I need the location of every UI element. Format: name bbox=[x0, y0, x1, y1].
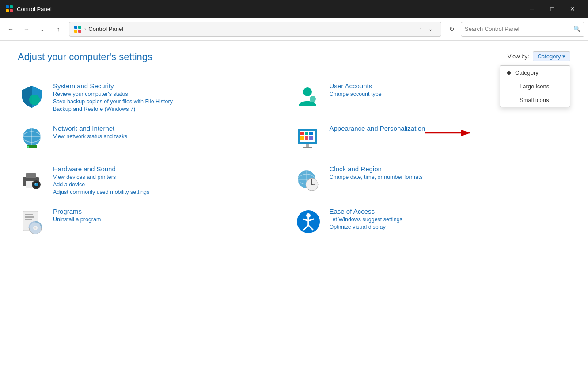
category-hardware-sound[interactable]: Hardware and Sound View devices and prin… bbox=[18, 159, 294, 201]
svg-rect-1 bbox=[10, 5, 13, 8]
user-accounts-link-0[interactable]: Change account type bbox=[330, 91, 382, 97]
recent-button[interactable]: ⌄ bbox=[35, 22, 49, 36]
clock-region-link-0[interactable]: Change date, time, or number formats bbox=[330, 174, 423, 180]
hardware-sound-link-2[interactable]: Adjust commonly used mobility settings bbox=[53, 189, 149, 195]
ease-access-content: Ease of Access Let Windows suggest setti… bbox=[330, 208, 402, 230]
address-box[interactable]: › Control Panel › ⌄ bbox=[69, 22, 441, 37]
up-button[interactable]: ↑ bbox=[51, 22, 65, 36]
svg-rect-7 bbox=[78, 30, 81, 33]
category-clock-region[interactable]: Clock and Region Change date, time, or n… bbox=[294, 159, 571, 201]
address-dropdown-button[interactable]: ⌄ bbox=[424, 23, 436, 35]
dropdown-item-large-icons[interactable]: Large icons bbox=[500, 79, 570, 93]
system-security-link-0[interactable]: Review your computer's status bbox=[53, 91, 173, 97]
svg-point-11 bbox=[303, 87, 312, 96]
hardware-sound-title[interactable]: Hardware and Sound bbox=[53, 165, 149, 173]
maximize-button[interactable]: □ bbox=[542, 0, 562, 18]
category-programs[interactable]: Programs Uninstall a program bbox=[18, 201, 294, 242]
svg-rect-23 bbox=[309, 132, 313, 135]
network-internet-title[interactable]: Network and Internet bbox=[53, 125, 127, 132]
user-accounts-icon bbox=[294, 82, 322, 110]
hardware-sound-link-1[interactable]: Add a device bbox=[53, 182, 149, 188]
hardware-sound-icon bbox=[18, 165, 46, 193]
dropdown-small-icons-label: Small icons bbox=[520, 97, 549, 103]
search-box[interactable]: 🔍 bbox=[461, 22, 584, 37]
svg-rect-5 bbox=[78, 26, 81, 29]
programs-title[interactable]: Programs bbox=[53, 208, 101, 215]
user-accounts-title[interactable]: User Accounts bbox=[330, 82, 382, 90]
category-ease-access[interactable]: Ease of Access Let Windows suggest setti… bbox=[294, 201, 571, 242]
category-network-internet[interactable]: Network and Internet View network status… bbox=[18, 118, 294, 159]
svg-rect-4 bbox=[74, 26, 77, 29]
addressbar: ← → ⌄ ↑ › Control Panel › ⌄ ↻ 🔍 bbox=[0, 18, 588, 41]
hardware-sound-link-0[interactable]: View devices and printers bbox=[53, 174, 149, 180]
network-internet-icon bbox=[18, 125, 46, 153]
category-appearance[interactable]: Appearance and Personalization bbox=[294, 118, 571, 159]
system-security-link-1[interactable]: Save backup copies of your files with Fi… bbox=[53, 98, 173, 105]
svg-point-10 bbox=[29, 95, 40, 105]
dropdown-item-category[interactable]: Category bbox=[500, 66, 570, 79]
ease-access-title[interactable]: Ease of Access bbox=[330, 208, 402, 215]
view-by-label: View by: bbox=[508, 53, 529, 60]
main-content: Adjust your computer's settings View by:… bbox=[0, 41, 588, 367]
svg-rect-27 bbox=[306, 144, 309, 147]
titlebar-title: Control Panel bbox=[17, 6, 52, 12]
svg-point-35 bbox=[35, 183, 36, 185]
address-sep1: › bbox=[84, 26, 86, 31]
back-button[interactable]: ← bbox=[4, 22, 18, 36]
ease-access-icon bbox=[294, 208, 322, 236]
programs-icon bbox=[18, 208, 46, 236]
svg-rect-25 bbox=[305, 136, 308, 140]
appearance-content: Appearance and Personalization bbox=[330, 125, 425, 132]
titlebar-app-icon bbox=[5, 5, 13, 13]
search-input[interactable] bbox=[465, 26, 571, 32]
clock-region-title[interactable]: Clock and Region bbox=[330, 165, 423, 173]
category-system-security[interactable]: System and Security Review your computer… bbox=[18, 76, 294, 118]
clock-region-icon bbox=[294, 165, 322, 193]
svg-rect-28 bbox=[303, 147, 312, 148]
titlebar: Control Panel ─ □ ✕ bbox=[0, 0, 588, 18]
system-security-link-2[interactable]: Backup and Restore (Windows 7) bbox=[53, 106, 173, 112]
svg-point-12 bbox=[310, 96, 316, 102]
svg-rect-46 bbox=[25, 216, 34, 218]
ease-access-link-1[interactable]: Optimize visual display bbox=[330, 224, 402, 230]
dropdown-large-icons-label: Large icons bbox=[520, 83, 549, 90]
refresh-button[interactable]: ↻ bbox=[445, 22, 459, 36]
system-security-title[interactable]: System and Security bbox=[53, 82, 173, 90]
svg-point-50 bbox=[34, 227, 36, 229]
minimize-button[interactable]: ─ bbox=[522, 0, 542, 18]
svg-rect-24 bbox=[300, 136, 304, 140]
programs-content: Programs Uninstall a program bbox=[53, 208, 101, 223]
svg-rect-26 bbox=[309, 136, 313, 140]
svg-rect-2 bbox=[6, 9, 9, 12]
ease-access-link-0[interactable]: Let Windows suggest settings bbox=[330, 216, 402, 223]
forward-button[interactable]: → bbox=[19, 22, 34, 36]
system-security-icon bbox=[18, 82, 46, 110]
svg-rect-21 bbox=[300, 132, 304, 135]
network-internet-content: Network and Internet View network status… bbox=[53, 125, 127, 140]
svg-rect-18 bbox=[27, 146, 29, 148]
dropdown-item-small-icons[interactable]: Small icons bbox=[500, 93, 570, 107]
address-sep2: › bbox=[420, 26, 421, 31]
search-icon: 🔍 bbox=[573, 26, 580, 32]
appearance-title[interactable]: Appearance and Personalization bbox=[330, 125, 425, 132]
view-by-button[interactable]: Category ▾ bbox=[533, 51, 570, 61]
user-accounts-content: User Accounts Change account type bbox=[330, 82, 382, 97]
svg-rect-6 bbox=[74, 30, 77, 33]
address-cp-icon bbox=[74, 25, 82, 33]
svg-rect-30 bbox=[26, 173, 36, 178]
clock-region-content: Clock and Region Change date, time, or n… bbox=[330, 165, 423, 180]
svg-rect-0 bbox=[6, 5, 9, 8]
category-selected-bullet bbox=[507, 71, 511, 75]
appearance-icon bbox=[294, 125, 322, 153]
titlebar-left: Control Panel bbox=[5, 5, 52, 13]
titlebar-controls: ─ □ ✕ bbox=[522, 0, 583, 18]
svg-rect-22 bbox=[305, 132, 308, 135]
svg-rect-45 bbox=[25, 214, 33, 215]
close-button[interactable]: ✕ bbox=[562, 0, 583, 18]
programs-link-0[interactable]: Uninstall a program bbox=[53, 216, 101, 223]
page-title: Adjust your computer's settings bbox=[18, 51, 570, 63]
network-internet-link-0[interactable]: View network status and tasks bbox=[53, 133, 127, 140]
address-text: Control Panel bbox=[88, 26, 417, 32]
svg-rect-47 bbox=[25, 219, 32, 220]
system-security-content: System and Security Review your computer… bbox=[53, 82, 173, 112]
